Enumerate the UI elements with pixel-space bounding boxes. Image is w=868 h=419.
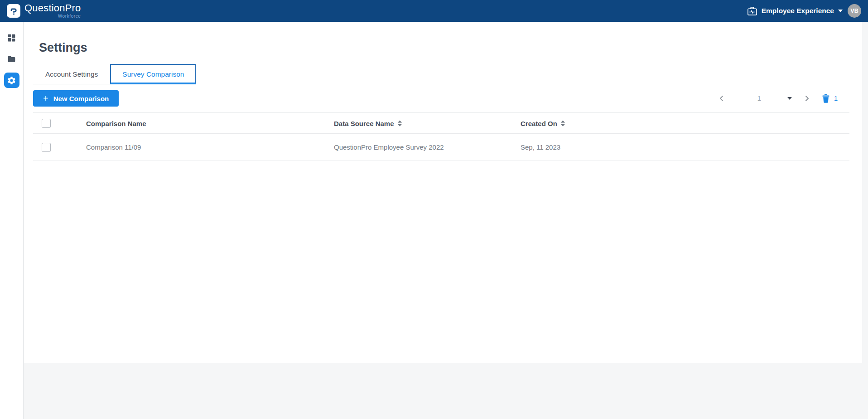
column-header-created-on[interactable]: Created On: [521, 113, 849, 134]
dashboard-grid-icon: [7, 33, 16, 43]
left-sidebar: [0, 22, 24, 419]
tab-bar: Account Settings Survey Comparison: [33, 64, 196, 84]
cell-comparison-name[interactable]: Comparison 11/09: [86, 134, 334, 161]
caret-down-icon: [787, 97, 792, 100]
select-all-checkbox[interactable]: [42, 119, 51, 128]
sidebar-item-settings[interactable]: [4, 73, 19, 88]
toolbar: + New Comparison 1: [33, 90, 849, 107]
sort-icon[interactable]: [397, 120, 402, 127]
delete-selected-button[interactable]: [822, 94, 830, 103]
row-checkbox[interactable]: [42, 143, 51, 152]
avatar-initials: VB: [850, 8, 858, 14]
chevron-left-icon: [719, 95, 725, 102]
workspace-label: Employee Experience: [762, 7, 834, 15]
cell-created-on: Sep, 11 2023: [521, 134, 849, 161]
sort-icon[interactable]: [560, 120, 565, 127]
comparison-table: Comparison Name Data Source Name Created…: [33, 112, 849, 161]
sidebar-item-folders[interactable]: [4, 51, 19, 67]
cell-data-source: QuestionPro Employee Survey 2022: [334, 134, 521, 161]
folder-icon: [7, 54, 16, 64]
next-page-button[interactable]: [804, 95, 810, 102]
questionpro-logo-icon: [7, 4, 20, 18]
brand-name: QuestionPro: [24, 3, 81, 13]
column-header-comparison-name: Comparison Name: [86, 120, 146, 127]
prev-page-button[interactable]: [719, 95, 725, 102]
tab-account-settings[interactable]: Account Settings: [33, 64, 110, 84]
settings-content: Settings Account Settings Survey Compari…: [24, 22, 862, 363]
chevron-right-icon: [804, 95, 810, 102]
page-number: 1: [757, 95, 761, 102]
workspace-switcher[interactable]: Employee Experience: [747, 6, 843, 16]
plus-icon: +: [43, 94, 48, 103]
top-navbar: QuestionPro Workforce Employee Experienc…: [0, 0, 868, 22]
briefcase-pulse-icon: [747, 6, 757, 16]
page-title: Settings: [39, 41, 849, 55]
new-comparison-label: New Comparison: [53, 95, 109, 102]
trash-icon: [822, 94, 830, 103]
brand-text: QuestionPro Workforce: [24, 3, 81, 19]
tab-survey-comparison[interactable]: Survey Comparison: [110, 64, 196, 84]
page-select-dropdown[interactable]: [787, 97, 792, 100]
pagination: 1 1: [719, 94, 849, 103]
brand-home-link[interactable]: QuestionPro Workforce: [7, 3, 81, 19]
chevron-down-icon: [838, 10, 843, 12]
column-header-data-source[interactable]: Data Source Name: [334, 113, 521, 134]
navbar-right: Employee Experience VB: [747, 4, 861, 18]
delete-count: 1: [834, 95, 838, 102]
avatar[interactable]: VB: [848, 4, 861, 18]
main-area: Settings Account Settings Survey Compari…: [24, 22, 868, 419]
table-row[interactable]: Comparison 11/09 QuestionPro Employee Su…: [33, 134, 849, 161]
table-header-row: Comparison Name Data Source Name Created…: [33, 113, 849, 134]
new-comparison-button[interactable]: + New Comparison: [33, 90, 119, 107]
brand-subtitle: Workforce: [58, 14, 81, 19]
gear-icon: [7, 76, 16, 85]
sidebar-item-dashboard[interactable]: [4, 30, 19, 45]
